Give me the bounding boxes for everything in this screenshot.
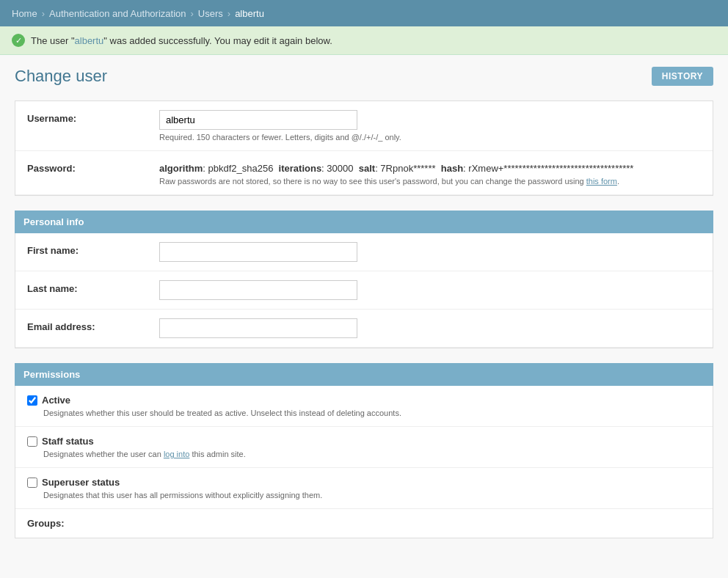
success-message-bar: ✓ The user "albertu" was added successfu…	[0, 26, 728, 55]
personal-info-section-body: First name: Last name: Email address:	[15, 233, 713, 348]
success-text: The user "albertu" was added successfull…	[31, 35, 332, 46]
breadcrumb-auth[interactable]: Authentication and Authorization	[49, 8, 186, 19]
last-name-row: Last name:	[15, 271, 713, 310]
superuser-status-row: Superuser status Designates that this us…	[15, 468, 713, 509]
username-row: Username: Required. 150 characters or fe…	[15, 101, 713, 151]
last-name-label: Last name:	[27, 280, 159, 294]
superuser-label-text: Superuser status	[42, 477, 120, 488]
password-display: algorithm: pbkdf2_sha256 iterations: 300…	[159, 160, 701, 174]
breadcrumb-separator-1: ›	[42, 8, 45, 19]
main-content: Change user HISTORY Username: Required. …	[0, 55, 728, 550]
permissions-section-header: Permissions	[15, 363, 713, 386]
first-name-row: First name:	[15, 233, 713, 271]
password-change-link[interactable]: this form	[586, 177, 617, 186]
active-label[interactable]: Active	[27, 395, 701, 406]
username-input[interactable]	[159, 110, 357, 130]
success-username-link[interactable]: albertu	[75, 35, 104, 46]
staff-help-text: Designates whether the user can log into…	[43, 450, 701, 458]
email-input[interactable]	[159, 318, 357, 338]
breadcrumb-separator-2: ›	[191, 8, 194, 19]
staff-label-text: Staff status	[42, 436, 94, 447]
password-note: Raw passwords are not stored, so there i…	[159, 177, 701, 186]
breadcrumb-separator-3: ›	[228, 8, 230, 19]
page-header: Change user HISTORY	[15, 67, 713, 86]
active-help-text: Designates whether this user should be t…	[43, 409, 701, 417]
success-icon: ✓	[12, 34, 25, 47]
superuser-checkbox[interactable]	[27, 478, 37, 488]
superuser-label[interactable]: Superuser status	[27, 477, 701, 488]
password-label: Password:	[27, 160, 159, 174]
first-name-input[interactable]	[159, 242, 357, 262]
username-help-text: Required. 150 characters or fewer. Lette…	[159, 133, 701, 142]
last-name-field-content	[159, 280, 701, 300]
staff-checkbox[interactable]	[27, 436, 37, 447]
staff-label[interactable]: Staff status	[27, 436, 701, 447]
page-title: Change user	[15, 67, 107, 86]
breadcrumb-users[interactable]: Users	[198, 8, 223, 19]
superuser-help-text: Designates that this user has all permis…	[43, 491, 701, 500]
admin-login-link[interactable]: log into	[164, 450, 189, 458]
active-permission-row: Active Designates whether this user shou…	[15, 386, 713, 427]
first-name-label: First name:	[27, 242, 159, 256]
username-label: Username:	[27, 110, 159, 124]
password-field-content: algorithm: pbkdf2_sha256 iterations: 300…	[159, 160, 701, 186]
password-row: Password: algorithm: pbkdf2_sha256 itera…	[15, 151, 713, 195]
breadcrumb-current-user: albertu	[235, 8, 264, 19]
username-field-content: Required. 150 characters or fewer. Lette…	[159, 110, 701, 142]
history-button[interactable]: HISTORY	[652, 67, 713, 86]
groups-label: Groups:	[27, 518, 701, 529]
basic-fields-section: Username: Required. 150 characters or fe…	[15, 100, 713, 196]
email-field-content	[159, 318, 701, 338]
permissions-section-body: Active Designates whether this user shou…	[15, 386, 713, 538]
staff-status-row: Staff status Designates whether the user…	[15, 427, 713, 468]
email-label: Email address:	[27, 318, 159, 332]
active-checkbox[interactable]	[27, 395, 37, 406]
email-row: Email address:	[15, 310, 713, 348]
header-breadcrumb: Home › Authentication and Authorization …	[0, 0, 728, 26]
last-name-input[interactable]	[159, 280, 357, 300]
active-label-text: Active	[42, 395, 70, 406]
breadcrumb-home[interactable]: Home	[12, 8, 37, 19]
first-name-field-content	[159, 242, 701, 262]
groups-row: Groups:	[15, 509, 713, 538]
personal-info-section-header: Personal info	[15, 211, 713, 233]
